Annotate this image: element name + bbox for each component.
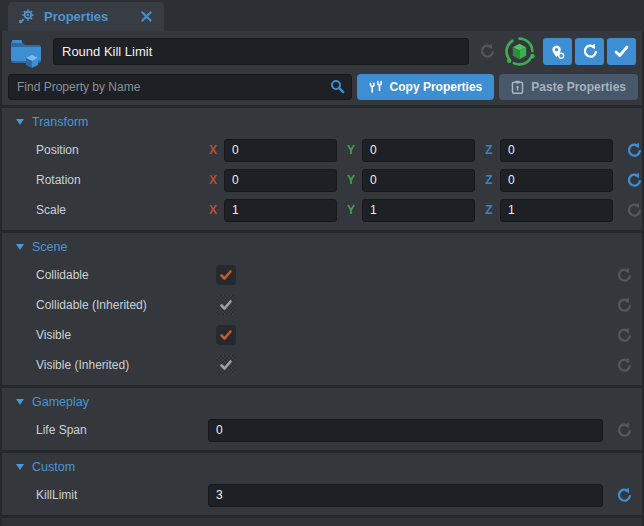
search-field-wrap bbox=[8, 74, 352, 100]
scale-x-input[interactable] bbox=[224, 199, 337, 222]
property-row-life-span: Life Span bbox=[2, 415, 642, 445]
chevron-down-icon bbox=[16, 464, 24, 470]
kill-limit-field-wrap bbox=[208, 484, 603, 507]
tools-gear-icon bbox=[18, 8, 35, 25]
copy-tools-icon bbox=[369, 80, 383, 94]
section-title: Gameplay bbox=[32, 395, 89, 409]
object-header-row bbox=[2, 31, 642, 72]
rotation-y-group: Y bbox=[346, 169, 475, 192]
property-row-position: Position X Y Z bbox=[2, 135, 642, 165]
position-z-input[interactable] bbox=[500, 139, 613, 162]
reset-collidable-button[interactable] bbox=[612, 264, 634, 286]
axis-x-label: X bbox=[208, 203, 218, 217]
object-action-buttons bbox=[543, 38, 636, 65]
properties-window: Properties bbox=[0, 0, 644, 526]
paste-properties-label: Paste Properties bbox=[531, 80, 626, 94]
rotation-x-input[interactable] bbox=[224, 169, 337, 192]
chevron-down-icon bbox=[16, 119, 24, 125]
copy-properties-button[interactable]: Copy Properties bbox=[357, 74, 495, 100]
property-label: Life Span bbox=[36, 423, 208, 437]
axis-z-label: Z bbox=[484, 143, 494, 157]
reset-visible-button[interactable] bbox=[612, 324, 634, 346]
scale-x-group: X bbox=[208, 199, 337, 222]
scale-y-input[interactable] bbox=[362, 199, 475, 222]
search-icon bbox=[330, 79, 345, 94]
reset-position-button[interactable] bbox=[622, 139, 644, 161]
visible-checkbox[interactable] bbox=[216, 325, 236, 345]
property-row-scale: Scale X Y Z bbox=[2, 195, 642, 225]
visible-inherited-checkbox bbox=[216, 355, 236, 375]
axis-x-label: X bbox=[208, 143, 218, 157]
collidable-inherited-checkbox bbox=[216, 295, 236, 315]
scale-z-group: Z bbox=[484, 199, 613, 222]
properties-toolbar: Copy Properties Paste Properties bbox=[2, 72, 642, 105]
name-reset-icon[interactable] bbox=[476, 42, 496, 62]
kill-limit-input[interactable] bbox=[208, 484, 603, 507]
property-row-kill-limit: KillLimit bbox=[2, 480, 642, 510]
property-label: Collidable bbox=[36, 268, 208, 282]
property-row-collidable: Collidable bbox=[2, 260, 642, 290]
find-property-input[interactable] bbox=[8, 74, 352, 100]
position-z-group: Z bbox=[484, 139, 613, 162]
rotation-y-input[interactable] bbox=[362, 169, 475, 192]
properties-panel: Copy Properties Paste Properties Transf bbox=[0, 31, 644, 526]
section-title: Transform bbox=[32, 115, 89, 129]
life-span-input[interactable] bbox=[208, 419, 603, 442]
clipboard-icon bbox=[511, 80, 524, 94]
section-scene-header[interactable]: Scene bbox=[2, 233, 642, 260]
confirm-check-button[interactable] bbox=[607, 38, 636, 65]
reset-all-button[interactable] bbox=[575, 38, 604, 65]
section-scene: Scene Collidable Collidable (Inherited) bbox=[2, 230, 642, 385]
reset-kill-limit-button[interactable] bbox=[612, 484, 634, 506]
rotation-z-group: Z bbox=[484, 169, 613, 192]
section-custom-header[interactable]: Custom bbox=[2, 453, 642, 480]
locate-pin-button[interactable] bbox=[543, 38, 572, 65]
section-transform-header[interactable]: Transform bbox=[2, 108, 642, 135]
property-row-rotation: Rotation X Y Z bbox=[2, 165, 642, 195]
axis-z-label: Z bbox=[484, 173, 494, 187]
property-row-visible-inherited: Visible (Inherited) bbox=[2, 350, 642, 380]
collidable-checkbox[interactable] bbox=[216, 265, 236, 285]
position-x-input[interactable] bbox=[224, 139, 337, 162]
position-y-input[interactable] bbox=[362, 139, 475, 162]
section-title: Custom bbox=[32, 460, 75, 474]
position-y-group: Y bbox=[346, 139, 475, 162]
section-gameplay-header[interactable]: Gameplay bbox=[2, 388, 642, 415]
tab-properties[interactable]: Properties bbox=[8, 2, 164, 31]
scale-y-group: Y bbox=[346, 199, 475, 222]
reset-life-span-button[interactable] bbox=[612, 419, 634, 441]
life-span-field-wrap bbox=[208, 419, 603, 442]
property-label: Visible bbox=[36, 328, 208, 342]
property-label: Visible (Inherited) bbox=[36, 358, 208, 372]
property-label: Collidable (Inherited) bbox=[36, 298, 208, 312]
reset-scale-button[interactable] bbox=[622, 199, 644, 221]
tab-bar: Properties bbox=[0, 0, 644, 31]
rotation-x-group: X bbox=[208, 169, 337, 192]
rotation-z-input[interactable] bbox=[500, 169, 613, 192]
object-name-input[interactable] bbox=[53, 38, 469, 65]
axis-y-label: Y bbox=[346, 143, 356, 157]
property-label: KillLimit bbox=[36, 488, 208, 502]
axis-y-label: Y bbox=[346, 173, 356, 187]
section-title: Scene bbox=[32, 240, 67, 254]
close-icon[interactable] bbox=[141, 11, 152, 22]
scale-z-input[interactable] bbox=[500, 199, 613, 222]
section-transform: Transform Position X Y Z bbox=[2, 105, 642, 230]
reset-collidable-inherited-button[interactable] bbox=[612, 294, 634, 316]
axis-y-label: Y bbox=[346, 203, 356, 217]
tab-label: Properties bbox=[44, 9, 132, 24]
paste-properties-button[interactable]: Paste Properties bbox=[499, 74, 638, 100]
reset-visible-inherited-button[interactable] bbox=[612, 354, 634, 376]
chevron-down-icon bbox=[16, 244, 24, 250]
reset-rotation-button[interactable] bbox=[622, 169, 644, 191]
property-label: Rotation bbox=[36, 173, 208, 187]
section-gameplay: Gameplay Life Span bbox=[2, 385, 642, 450]
networked-icon bbox=[503, 35, 536, 68]
chevron-down-icon bbox=[16, 399, 24, 405]
axis-z-label: Z bbox=[484, 203, 494, 217]
property-row-visible: Visible bbox=[2, 320, 642, 350]
property-label: Position bbox=[36, 143, 208, 157]
property-row-collidable-inherited: Collidable (Inherited) bbox=[2, 290, 642, 320]
axis-x-label: X bbox=[208, 173, 218, 187]
section-custom: Custom KillLimit bbox=[2, 450, 642, 515]
